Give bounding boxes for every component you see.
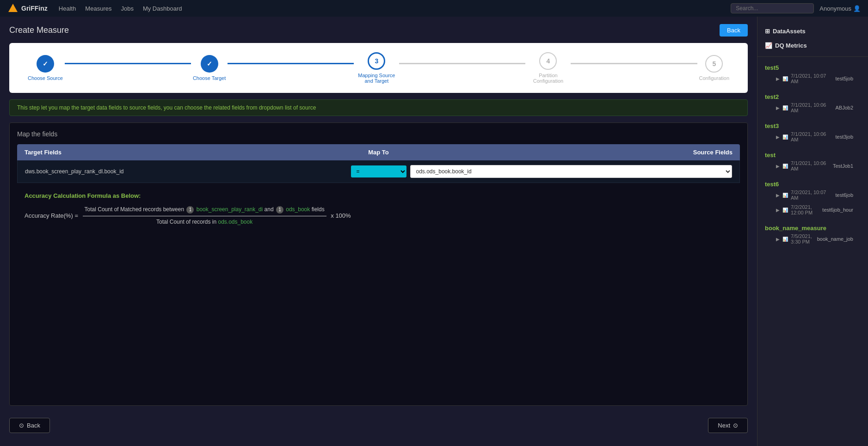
expand-icon[interactable]: ▶ (776, 105, 780, 110)
expand-icon[interactable]: ▶ (776, 164, 780, 169)
nav-dashboard[interactable]: My Dashboard (143, 5, 182, 12)
job-time: 7/1/2021, 10:06 AM (791, 131, 832, 142)
source-cell: ods.ods_book.book_id ods.ods_book.book_n… (410, 165, 733, 178)
sidebar-measure-test: test ▶ 📊 7/1/2021, 10:06 AM TestJob1 (757, 148, 868, 177)
target-field-value: dws.book_screen_play_rank_dl.book_id (25, 168, 347, 175)
logo-icon (7, 3, 18, 14)
measure-title-test2[interactable]: test2 (765, 93, 861, 100)
header-mapto: Map To (351, 149, 406, 156)
job-time: 7/2/2021, 10:07 AM (791, 189, 832, 201)
measure-title-test[interactable]: test (765, 152, 861, 159)
formula-fraction: Total Count of Matched records between 1… (83, 205, 326, 227)
stepper-circle-5: 5 (705, 55, 723, 73)
sidebar-measure-test5: test5 ▶ 📊 7/1/2021, 10:07 AM test5job (757, 61, 868, 90)
job-name[interactable]: TestJob1 (833, 163, 853, 169)
bottom-nav: ⊙ Back Next ⊙ (9, 412, 748, 439)
user-menu[interactable]: Anonymous 👤 (819, 5, 861, 12)
stepper-label-1: Choose Source (28, 75, 63, 81)
sidebar-measure-test3: test3 ▶ 📊 7/1/2021, 10:06 AM test3job (757, 119, 868, 148)
expand-icon[interactable]: ▶ (776, 237, 780, 242)
search-input[interactable] (731, 3, 814, 13)
fields-row: dws.book_screen_play_rank_dl.book_id = o… (17, 160, 740, 183)
topnav: GriFFinz Health Measures Jobs My Dashboa… (0, 0, 868, 17)
job-icon: 📊 (782, 134, 788, 140)
formula-content: Accuracy Rate(%) = Total Count of Matche… (25, 205, 733, 227)
formula-numerator: Total Count of Matched records between 1… (83, 205, 326, 216)
stepper-label-5: Configuration (699, 75, 729, 81)
measure-title-test6[interactable]: test6 (765, 181, 861, 188)
denominator-source: ods.ods_book (218, 219, 252, 225)
sidebar-dq-metrics[interactable]: 📈 DQ Metrics (757, 38, 868, 53)
nav-jobs[interactable]: Jobs (121, 5, 133, 12)
expand-icon[interactable]: ▶ (776, 134, 780, 140)
sidebar-job-row-2: ▶ 📊 7/2/2021, 12:00 PM test6job_hour (765, 202, 861, 217)
next-button[interactable]: Next ⊙ (708, 418, 748, 433)
job-icon: 📊 (782, 164, 788, 169)
nav-health[interactable]: Health (59, 5, 76, 12)
formula-title: Accuracy Calculation Formula as Below: (25, 192, 733, 199)
source-field-select[interactable]: ods.ods_book.book_id ods.ods_book.book_n… (410, 165, 733, 178)
badge-2: 1 (276, 206, 283, 214)
sidebar-measure-book-name: book_name_measure ▶ 📊 7/5/2021, 3:30 PM … (757, 221, 868, 250)
job-time: 7/5/2021, 3:30 PM (791, 233, 814, 244)
map-card-title: Map the fields (17, 130, 740, 138)
stepper-line-3 (399, 63, 525, 64)
measure-title-book-name[interactable]: book_name_measure (765, 225, 861, 232)
sidebar-job-row: ▶ 📊 7/5/2021, 3:30 PM book_name_job (765, 232, 861, 246)
job-name[interactable]: test6job_hour (822, 207, 853, 213)
measure-title-test3[interactable]: test3 (765, 122, 861, 129)
fields-header: Target Fields Map To Source Fields (17, 144, 740, 160)
sidebar-job-row: ▶ 📊 7/1/2021, 10:06 AM test3job (765, 129, 861, 144)
stepper-circle-2: ✓ (201, 55, 218, 73)
formula-denominator: Total Count of records in ods.ods_book (154, 216, 254, 227)
job-icon: 📊 (782, 237, 788, 242)
chart-icon: 📈 (765, 42, 772, 49)
page-title: Create Measure (9, 25, 69, 35)
stepper-label-2: Choose Target (193, 75, 226, 81)
right-sidebar: ⊞ DataAssets 📈 DQ Metrics test5 ▶ 📊 7/1/… (757, 17, 868, 446)
job-name[interactable]: ABJob2 (835, 105, 853, 110)
logo[interactable]: GriFFinz (7, 3, 48, 14)
formula-label: Accuracy Rate(%) (25, 212, 73, 219)
stepper-step-2[interactable]: ✓ Choose Target (193, 55, 226, 81)
job-icon: 📊 (782, 76, 788, 81)
stepper-step-1[interactable]: ✓ Choose Source (28, 55, 63, 81)
grid-icon: ⊞ (765, 28, 770, 35)
job-name[interactable]: test3job (835, 134, 853, 140)
expand-icon[interactable]: ▶ (776, 208, 780, 213)
nav-links: Health Measures Jobs My Dashboard (59, 5, 731, 12)
sidebar-job-row: ▶ 📊 7/1/2021, 10:06 AM ABJob2 (765, 100, 861, 115)
job-time: 7/1/2021, 10:07 AM (791, 73, 832, 84)
info-text: This step let you map the target data fi… (17, 104, 316, 111)
job-icon: 📊 (782, 193, 788, 198)
expand-icon[interactable]: ▶ (776, 193, 780, 198)
main-layout: Create Measure Back ✓ Choose Source ✓ Ch… (0, 17, 868, 446)
job-time: 7/1/2021, 10:06 AM (791, 160, 830, 171)
stepper-label-3: Mapping Source and Target (356, 73, 397, 84)
user-icon: 👤 (853, 5, 861, 12)
back-button-top[interactable]: Back (720, 24, 748, 37)
stepper-step-5[interactable]: 5 Configuration (699, 55, 729, 81)
job-name[interactable]: test5job (835, 76, 853, 81)
nav-measures[interactable]: Measures (85, 5, 111, 12)
job-icon: 📊 (782, 208, 788, 213)
job-name[interactable]: test6job (835, 192, 853, 198)
operator-cell: = (351, 165, 406, 177)
back-icon: ⊙ (19, 422, 24, 429)
page-header: Create Measure Back (9, 24, 748, 37)
back-button[interactable]: ⊙ Back (9, 418, 50, 433)
sidebar-data-assets[interactable]: ⊞ DataAssets (757, 24, 868, 38)
expand-icon[interactable]: ▶ (776, 76, 780, 81)
job-name[interactable]: book_name_job (817, 236, 853, 242)
map-card: Map the fields Target Fields Map To Sour… (9, 122, 748, 406)
next-icon: ⊙ (733, 422, 738, 429)
content-area: Create Measure Back ✓ Choose Source ✓ Ch… (0, 17, 757, 446)
stepper-step-3[interactable]: 3 Mapping Source and Target (356, 52, 397, 84)
stepper-step-4[interactable]: 4 Partition Configuration (527, 52, 569, 84)
formula-section: Accuracy Calculation Formula as Below: A… (17, 192, 740, 227)
job-time: 7/1/2021, 10:06 AM (791, 102, 832, 113)
operator-select[interactable]: = (351, 165, 406, 177)
measure-title-test5[interactable]: test5 (765, 64, 861, 71)
stepper-label-4: Partition Configuration (527, 73, 569, 84)
source-link-2: ods_book (286, 206, 310, 213)
